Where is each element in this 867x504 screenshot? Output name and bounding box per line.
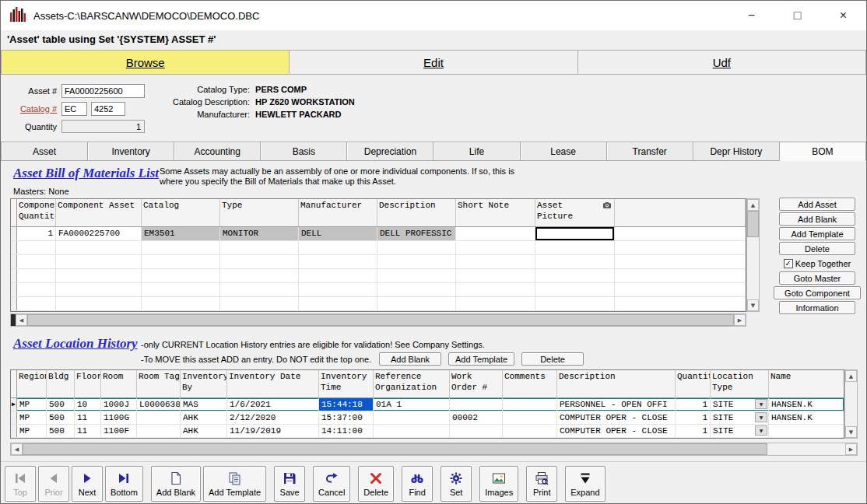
- bom-add-asset-button[interactable]: Add Asset: [779, 198, 855, 211]
- toolbar-find-button[interactable]: Find: [402, 466, 433, 502]
- grid-cell[interactable]: 1: [17, 227, 56, 240]
- bom-goto-component-button[interactable]: Goto Component: [774, 286, 861, 299]
- toolbar-bottom-button[interactable]: Bottom: [105, 466, 143, 502]
- grid-cell[interactable]: [17, 283, 56, 296]
- grid-cell[interactable]: MP: [17, 398, 47, 411]
- grid-cell[interactable]: [535, 283, 615, 296]
- toolbar-add-template-button[interactable]: Add Template: [203, 466, 266, 502]
- grid-cell[interactable]: 11: [75, 411, 101, 424]
- grid-cell[interactable]: 01A 1: [374, 398, 450, 411]
- grid-cell[interactable]: [56, 297, 142, 310]
- grid-cell[interactable]: HANSEN.K: [769, 398, 844, 411]
- catalog-code-input[interactable]: [61, 102, 87, 116]
- toolbar-images-button[interactable]: Images: [479, 466, 518, 502]
- grid-cell[interactable]: [456, 255, 535, 268]
- scroll-thumb[interactable]: [23, 443, 767, 455]
- grid-cell[interactable]: 1: [676, 425, 711, 437]
- mode-tab-browse[interactable]: Browse: [1, 50, 290, 75]
- bom-add-template-button[interactable]: Add Template: [779, 227, 855, 240]
- grid-cell[interactable]: [220, 255, 299, 268]
- column-header-reference-organization[interactable]: ReferenceOrganization: [374, 370, 450, 397]
- grid-cell[interactable]: SITE▼: [711, 425, 769, 437]
- column-header-type[interactable]: Type: [220, 199, 299, 226]
- grid-cell[interactable]: PERSONNEL - OPEN OFFI: [557, 398, 676, 411]
- bom-delete-button[interactable]: Delete: [779, 242, 855, 255]
- grid-cell[interactable]: [456, 297, 535, 310]
- scroll-up-button[interactable]: ▲: [747, 199, 759, 211]
- grid-cell[interactable]: [299, 241, 377, 254]
- location-row[interactable]: MP500111100GAHK2/12/202015:37:0000002COM…: [11, 411, 844, 425]
- tab-depr-history[interactable]: Depr History: [693, 142, 780, 161]
- grid-cell[interactable]: [456, 227, 535, 240]
- column-header-comments[interactable]: Comments: [503, 370, 557, 397]
- bom-row[interactable]: [11, 255, 746, 269]
- scroll-left-button[interactable]: ◀: [16, 314, 27, 326]
- keep-together-checkbox[interactable]: ✓: [784, 259, 793, 268]
- bom-goto-master-button[interactable]: Goto Master: [779, 271, 855, 285]
- toolbar-cancel-button[interactable]: Cancel: [313, 466, 350, 502]
- grid-cell[interactable]: COMPUTER OPER - CLOSE: [557, 411, 676, 424]
- column-header-manufacturer[interactable]: Manufacturer: [299, 199, 377, 226]
- column-header-location-type[interactable]: LocationType: [711, 370, 769, 397]
- toolbar-set-button[interactable]: Set: [441, 466, 472, 502]
- scroll-left-button[interactable]: ◀: [11, 443, 23, 455]
- grid-cell[interactable]: 15:37:00: [319, 411, 374, 424]
- bom-row[interactable]: [11, 283, 746, 297]
- grid-cell[interactable]: [456, 283, 535, 296]
- grid-cell[interactable]: [377, 297, 456, 310]
- grid-cell[interactable]: SITE▼: [711, 411, 769, 424]
- grid-cell[interactable]: [220, 283, 299, 296]
- grid-cell[interactable]: [456, 269, 535, 282]
- bom-row[interactable]: [11, 241, 746, 255]
- bom-vertical-scrollbar[interactable]: ▲ ▼: [746, 198, 760, 312]
- location-type-dropdown[interactable]: ▼: [755, 399, 767, 409]
- grid-cell[interactable]: [17, 255, 56, 268]
- grid-cell[interactable]: [769, 425, 844, 437]
- grid-cell[interactable]: [299, 283, 377, 296]
- grid-cell[interactable]: 00002: [450, 411, 503, 424]
- grid-cell[interactable]: L0000638: [137, 398, 181, 411]
- catalog-number-link[interactable]: Catalog #: [10, 104, 57, 114]
- bom-row[interactable]: 1FA0000225700EM3501MONITORDELLDELL PROFE…: [11, 227, 746, 241]
- bom-heading-link[interactable]: Asset Bill of Materials List: [13, 166, 159, 181]
- grid-cell[interactable]: [456, 241, 535, 254]
- location-type-dropdown[interactable]: ▼: [755, 425, 767, 436]
- grid-cell[interactable]: [299, 269, 377, 282]
- grid-cell[interactable]: [56, 241, 142, 254]
- asset-number-input[interactable]: [61, 84, 145, 98]
- grid-cell[interactable]: DELL: [299, 227, 377, 240]
- grid-cell[interactable]: MP: [17, 411, 47, 424]
- column-header-component-asset[interactable]: Component Asset: [56, 199, 142, 226]
- column-header-room-tag[interactable]: Room Tag: [137, 370, 181, 397]
- grid-cell[interactable]: [503, 398, 557, 411]
- bom-add-blank-button[interactable]: Add Blank: [779, 212, 855, 226]
- grid-cell[interactable]: [377, 269, 456, 282]
- location-vertical-scrollbar[interactable]: ▲ ▼: [844, 369, 858, 439]
- tab-lease[interactable]: Lease: [521, 142, 607, 161]
- grid-cell[interactable]: SITE▼: [711, 398, 769, 411]
- toolbar-next-button[interactable]: Next: [72, 466, 103, 502]
- grid-cell[interactable]: [377, 283, 456, 296]
- grid-cell[interactable]: MAS: [181, 398, 227, 411]
- scroll-track[interactable]: [845, 382, 857, 426]
- tab-transfer[interactable]: Transfer: [607, 142, 693, 161]
- grid-cell[interactable]: 500: [47, 398, 75, 411]
- bom-information-button[interactable]: Information: [779, 301, 855, 314]
- scroll-thumb[interactable]: [27, 314, 734, 326]
- grid-cell[interactable]: [142, 283, 220, 296]
- tab-inventory[interactable]: Inventory: [88, 142, 174, 161]
- scroll-down-button[interactable]: ▼: [747, 299, 759, 311]
- location-row[interactable]: ▶MP500101000JL0000638MAS1/6/202115:44:18…: [11, 398, 844, 411]
- bom-row[interactable]: [11, 269, 746, 283]
- bom-row[interactable]: [11, 297, 746, 311]
- mode-tab-udf[interactable]: Udf: [578, 50, 866, 75]
- toolbar-expand-button[interactable]: Expand: [565, 466, 605, 502]
- tab-bom[interactable]: BOM: [780, 142, 866, 161]
- grid-cell[interactable]: AHK: [181, 411, 227, 424]
- grid-cell[interactable]: COMPUTER OPER - CLOSE: [557, 425, 676, 437]
- mode-tab-edit[interactable]: Edit: [290, 50, 577, 75]
- grid-cell[interactable]: [535, 227, 615, 240]
- scroll-track[interactable]: [747, 237, 759, 299]
- grid-cell[interactable]: 2/12/2020: [227, 411, 319, 424]
- column-header-catalog[interactable]: Catalog: [142, 199, 220, 226]
